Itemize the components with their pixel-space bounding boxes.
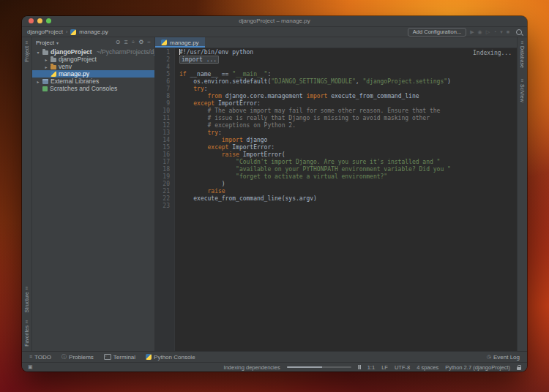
editor-tab-manage-py[interactable]: manage.py [155,37,205,48]
sidebar-item-favorites[interactable]: ≡Favorites [24,320,29,347]
coverage-icon[interactable]: ▷ [486,29,490,36]
line-number[interactable]: 6 [155,78,174,86]
line-number[interactable]: 19 [155,173,174,181]
add-configuration-button[interactable]: Add Configuration... [408,28,466,37]
zoom-button[interactable] [46,18,51,23]
debug-icon[interactable]: ◉ [478,29,482,36]
tree-item-venv[interactable]: ▸venv [32,63,154,70]
code-line[interactable]: try: [175,86,517,93]
indent-widget[interactable]: 4 spaces [417,364,438,371]
expand-all-icon[interactable]: Ξ [124,39,128,45]
code-line[interactable]: except ImportError: [175,144,517,151]
line-number[interactable]: 23 [155,203,174,210]
tree-item-manage-py[interactable]: manage.py [32,70,154,78]
code-line[interactable]: if __name__ == "__main__": [175,71,517,78]
code-line[interactable]: "Couldn't import Django. Are you sure it… [175,159,517,166]
event-log-button[interactable]: ◷ Event Log [487,354,520,361]
toolwindow-toggle-icon[interactable]: ▣ [28,364,33,370]
line-number[interactable]: 17 [155,159,174,166]
line-number[interactable]: 11 [155,115,174,122]
sidebar-item-structure[interactable]: ≡Structure [24,286,29,312]
tree-item-djangoproject[interactable]: ▾djangoProject~/PycharmProjects/djangoPr… [32,48,154,56]
code-line[interactable]: import django [175,137,517,144]
line-number[interactable]: 14 [155,137,174,144]
pause-icon[interactable] [358,365,361,369]
breadcrumb-file[interactable]: manage.py [79,29,108,35]
hide-icon[interactable]: − [147,39,151,45]
python-file-icon [51,71,56,77]
line-number[interactable]: 22 [155,195,174,203]
code-line[interactable]: except ImportError: [175,100,517,108]
minimize-button[interactable] [37,18,42,23]
locate-icon[interactable]: ⊙ [116,39,121,45]
lock-icon[interactable] [517,367,521,370]
encoding-widget[interactable]: UTF-8 [395,364,410,371]
code-line[interactable]: #!/usr/bin/env python [175,49,517,56]
folded-import-region[interactable]: import ... [179,56,219,64]
line-number[interactable]: 2 [155,56,174,64]
breadcrumb-project[interactable]: djangoProject [27,29,63,35]
line-number[interactable]: 13 [155,129,174,137]
code-line[interactable]: "available on your PYTHONPATH environmen… [175,166,517,173]
sidebar-item-database[interactable]: ≡Database [520,40,525,68]
code-editor[interactable]: 124567891011121314151617181920212223 #!/… [155,48,517,351]
line-number[interactable]: 18 [155,166,174,173]
search-everywhere-icon[interactable] [516,29,522,35]
sidebar-item-project[interactable]: ≡Project [24,40,29,62]
line-number[interactable]: 8 [155,93,174,100]
chevron-down-icon[interactable]: ▾ [36,50,40,55]
caret-position-widget[interactable]: 1:1 [367,364,375,371]
tree-item-external-libraries[interactable]: ▸External Libraries [32,78,154,85]
code-line[interactable]: raise ImportError( [175,151,517,159]
code-line[interactable] [175,64,517,71]
code-line[interactable]: "forget to activate a virtual environmen… [175,173,517,181]
chevron-right-icon[interactable]: ▸ [44,64,48,69]
toolwindow-button-todo[interactable]: ≡TODO [29,354,51,361]
line-number[interactable]: 21 [155,188,174,195]
project-view-dropdown[interactable]: Project [36,39,54,46]
code-line[interactable]: # issue is really that Django is missing… [175,115,517,122]
line-number[interactable]: 10 [155,108,174,115]
code-line[interactable]: try: [175,129,517,137]
code-line[interactable]: # exceptions on Python 2. [175,122,517,129]
stop-icon[interactable]: ■ [507,29,509,36]
line-number[interactable]: 12 [155,122,174,129]
code-line[interactable]: from django.core.management import execu… [175,93,517,100]
settings-icon[interactable]: ⚙ [138,39,143,45]
code-line[interactable]: import ... [175,56,517,64]
run-icon[interactable]: ▶ [470,29,474,36]
dropdown-icon[interactable]: ▾ [500,29,503,36]
tree-item-scratches-and-consoles[interactable]: Scratches and Consoles [32,85,154,92]
status-bar: ▣ Indexing dependencies 1:1 LF UTF-8 4 s… [22,362,527,372]
code-line[interactable]: os.environ.setdefault("DJANGO_SETTINGS_M… [175,78,517,86]
window-titlebar[interactable]: djangoProject – manage.py [22,16,527,27]
line-number[interactable]: 4 [155,64,174,71]
tree-item-djangoproject[interactable]: ▸djangoProject [32,56,154,63]
interpreter-widget[interactable]: Python 2.7 (djangoProject) [445,364,510,371]
line-number[interactable]: 9 [155,100,174,108]
chevron-right-icon[interactable]: ▸ [44,57,48,62]
sidebar-item-sciview[interactable]: ≡SciView [520,78,525,102]
collapse-all-icon[interactable]: ÷ [132,39,135,45]
toolwindow-button-terminal[interactable]: Terminal [104,354,135,361]
code-content[interactable]: #!/usr/bin/env pythonimport ...if __name… [175,48,517,351]
profiler-icon[interactable]: ◔ [493,29,496,36]
code-line[interactable]: ) [175,181,517,188]
code-line[interactable]: raise [175,188,517,195]
line-ending-widget[interactable]: LF [381,364,388,371]
chevron-right-icon[interactable]: ▸ [36,79,40,84]
toolwindow-button-python-console[interactable]: Python Console [146,354,195,361]
code-line[interactable]: # The above import may fail for some oth… [175,108,517,115]
line-number[interactable]: 16 [155,151,174,159]
folder-icon [42,50,48,55]
toolwindow-button-problems[interactable]: ⓘProblems [61,354,94,361]
line-number[interactable]: 20 [155,181,174,188]
line-number[interactable]: 5 [155,71,174,78]
line-number[interactable]: 15 [155,144,174,151]
editor-gutter[interactable]: 124567891011121314151617181920212223 [155,48,175,351]
close-button[interactable] [29,18,34,23]
line-number[interactable]: 7 [155,86,174,93]
code-line[interactable] [175,203,517,210]
code-line[interactable]: execute_from_command_line(sys.argv) [175,195,517,203]
line-number[interactable]: 1 [155,49,174,56]
